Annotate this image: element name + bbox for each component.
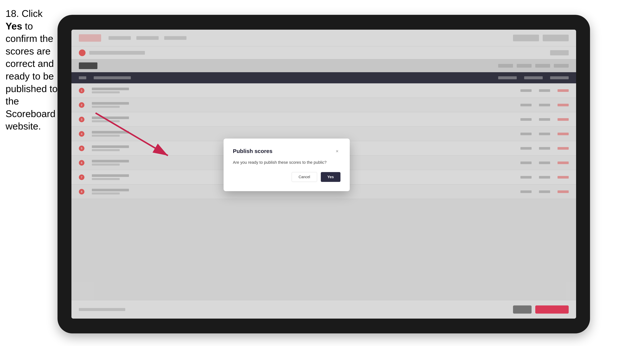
- text-part1: Click: [19, 8, 42, 19]
- modal-message: Are you ready to publish these scores to…: [233, 160, 340, 166]
- modal-backdrop: Publish scores × Are you ready to publis…: [72, 30, 576, 319]
- modal-header: Publish scores ×: [233, 148, 340, 155]
- step-number: 18.: [6, 8, 19, 19]
- bold-word: Yes: [6, 21, 22, 31]
- modal-dialog: Publish scores × Are you ready to publis…: [224, 139, 350, 191]
- modal-footer: Cancel Yes: [233, 172, 340, 182]
- cancel-button[interactable]: Cancel: [292, 172, 317, 182]
- tablet-device: 1 2 3: [58, 15, 590, 334]
- modal-close-button[interactable]: ×: [334, 148, 340, 155]
- text-part2: to confirm the scores are correct and re…: [6, 21, 58, 132]
- instruction-text: 18. Click Yes to confirm the scores are …: [6, 7, 59, 133]
- tablet-screen: 1 2 3: [72, 30, 576, 319]
- modal-title: Publish scores: [233, 148, 272, 154]
- modal-body: Are you ready to publish these scores to…: [233, 160, 340, 166]
- yes-button[interactable]: Yes: [321, 172, 340, 182]
